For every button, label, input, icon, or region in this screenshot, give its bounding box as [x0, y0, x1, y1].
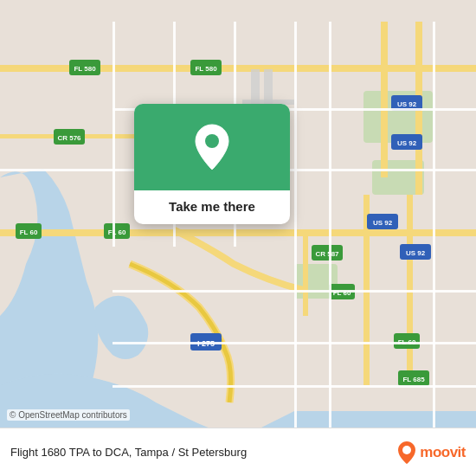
svg-rect-9 — [0, 229, 476, 236]
svg-text:US 92: US 92 — [373, 219, 393, 227]
svg-rect-6 — [381, 22, 388, 177]
svg-point-56 — [402, 446, 411, 454]
map-background: I 275 FL 580 FL 580 CR 576 FL 60 FL 60 F… — [0, 0, 476, 476]
svg-rect-52 — [113, 290, 476, 293]
svg-text:US 92: US 92 — [406, 249, 426, 257]
svg-rect-47 — [294, 22, 297, 437]
location-pin-icon — [191, 123, 233, 171]
take-me-there-label: Take me there — [162, 199, 262, 214]
svg-rect-53 — [113, 342, 476, 344]
card-icon-area — [134, 104, 290, 190]
svg-rect-54 — [113, 385, 476, 388]
flight-info-text: Flight 1680 TPA to DCA, Tampa / St Peter… — [10, 446, 247, 459]
svg-text:FL 580: FL 580 — [195, 65, 217, 73]
svg-rect-44 — [113, 22, 115, 247]
copyright-text: © OpenStreetMap contributors — [7, 409, 130, 421]
svg-text:FL 60: FL 60 — [20, 228, 38, 236]
moovit-pin-icon — [397, 441, 416, 465]
svg-point-55 — [205, 134, 219, 148]
svg-text:FL 580: FL 580 — [74, 65, 96, 73]
moovit-brand-text: moovit — [420, 444, 466, 461]
svg-rect-49 — [433, 22, 435, 437]
svg-text:FL 685: FL 685 — [402, 376, 425, 383]
svg-text:CR 587: CR 587 — [315, 250, 339, 258]
svg-text:US 92: US 92 — [397, 139, 417, 147]
svg-rect-10 — [303, 229, 308, 316]
svg-rect-48 — [329, 22, 331, 437]
moovit-logo: moovit — [397, 441, 466, 465]
take-me-there-card[interactable]: Take me there — [134, 104, 290, 224]
svg-text:FL 60: FL 60 — [108, 228, 126, 236]
svg-text:CR 576: CR 576 — [57, 134, 81, 142]
map-container: I 275 FL 580 FL 580 CR 576 FL 60 FL 60 F… — [0, 0, 476, 476]
svg-text:US 92: US 92 — [397, 100, 417, 108]
bottom-bar: Flight 1680 TPA to DCA, Tampa / St Peter… — [0, 428, 476, 476]
